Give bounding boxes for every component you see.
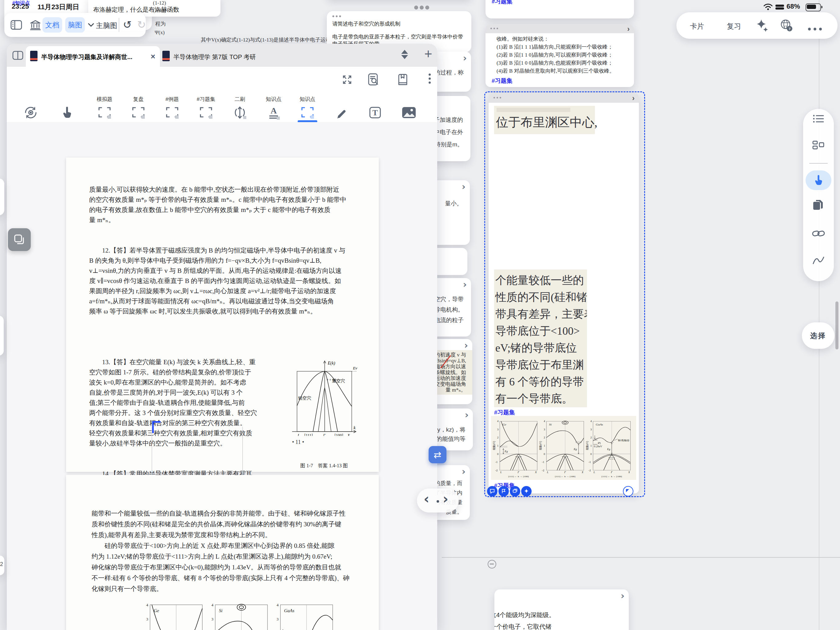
pdf-paragraph: 13.【答】在空穴能量 E(k) 与波矢 k 关系曲线上,轻、重空穴带如图 1-… (89, 357, 288, 448)
hand-tool-selected[interactable] (805, 171, 831, 190)
excerpt-tool-knowledge-selected[interactable] (299, 103, 316, 122)
image-tool[interactable] (400, 103, 418, 122)
bg-frag1: 程为 (155, 20, 166, 27)
auto-excerpt-tool[interactable] (22, 103, 39, 122)
expand-chevron-icon[interactable]: › (463, 280, 467, 289)
pdf-page-1: 质量最小,可以获得较大的速度。在 b 能带中,空状态一般出现在价带顶附近,价带顶… (66, 157, 379, 472)
fullscreen-icon[interactable] (341, 73, 353, 86)
tab-sort-icon[interactable] (401, 50, 408, 59)
bookmark-icon[interactable] (397, 73, 408, 85)
review-button[interactable]: 复习 (727, 22, 741, 31)
tab-bar: 半导体物理学习题集及详解商世... ✕ 半导体物理学 第7版 TOP 考研 + (7, 44, 437, 67)
card-menu-dots[interactable] (332, 15, 341, 17)
excerpt-card-top[interactable]: 渊区内,导带底、价带顶的位置、导带底的数目和能隙的大小。 #习题集 (485, 0, 634, 19)
main-map-selector[interactable]: 主脑图 (96, 21, 117, 30)
doc-search-icon[interactable] (368, 73, 379, 86)
prev-page-button[interactable]: ‹ (424, 492, 429, 506)
highlight-tool-knowledge[interactable]: A (265, 103, 282, 122)
panel-resize-button[interactable]: ⇄ (429, 446, 447, 463)
chevron-down-icon[interactable] (88, 23, 94, 27)
edge-card-sliver (0, 316, 4, 356)
expand-chevron-icon[interactable]: › (463, 54, 467, 63)
svg-text:A: A (271, 106, 277, 116)
toolbar-divider (119, 18, 119, 32)
doc-mode-button[interactable]: 文档 (43, 17, 62, 33)
tab-inactive[interactable]: 半导体物理学 第7版 TOP 考研 (160, 46, 305, 67)
tool-label: #例题 (155, 96, 189, 103)
layers-button[interactable] (8, 228, 31, 251)
tab-active[interactable]: 半导体物理学习题集及详解商世... ✕ (26, 46, 160, 67)
svg-text:L: L (297, 433, 300, 436)
card-link-button[interactable] (510, 486, 520, 497)
expand-chevron-icon[interactable]: › (621, 591, 624, 600)
expand-chevron-icon[interactable]: › (627, 25, 630, 33)
annotation-toolbar: 模拟题 复盘 #例题 #习题集 二刷 知识点 知识点 (7, 92, 437, 122)
next-page-button[interactable]: › (443, 492, 448, 506)
research-globe-icon[interactable]: ww ? (779, 19, 794, 33)
link-icon[interactable] (812, 230, 825, 237)
flag-button[interactable] (498, 486, 509, 497)
edge-card-sliver (0, 179, 4, 215)
tag-exercise-set[interactable]: #习题集 (492, 77, 513, 85)
edge-card-sliver: 2 (0, 556, 4, 575)
library-icon[interactable] (30, 20, 41, 30)
scrollbar-thumb[interactable] (835, 301, 838, 350)
tag-exercise-set[interactable]: #习题集 (492, 0, 513, 6)
comment-button[interactable] (487, 486, 497, 497)
card-menu-dots[interactable] (490, 28, 498, 29)
excerpt-card-selected[interactable]: › 位于布里渊区中心, 个能量较低一些的性质的不同(硅和锗带具有差异，主要表导带… (489, 93, 639, 494)
page-indicator-dots (414, 6, 429, 9)
mindmap-mode-button[interactable]: 脑图 (65, 17, 85, 33)
sidebar-icon[interactable] (11, 20, 22, 30)
note-card-bottom[interactable]: › 这4个能级均为深能级。一个价电子，它取代锗三个价电子。中性金原子施主能级ED… (494, 589, 629, 630)
cards-button[interactable]: 卡片 (690, 22, 704, 31)
tool-label: #习题集 (189, 96, 223, 103)
expand-chevron-icon[interactable]: › (462, 467, 466, 476)
excerpt-tool-review[interactable] (130, 103, 147, 122)
expand-chevron-icon[interactable]: › (462, 182, 466, 192)
select-mode-button[interactable]: 选择 (802, 322, 834, 349)
resize-handle[interactable] (623, 486, 633, 497)
excerpt-tool-example[interactable] (164, 103, 181, 122)
card-menu-dots[interactable] (494, 97, 501, 98)
nav-dot (437, 500, 439, 503)
pdf-figure-excerpt (491, 416, 636, 480)
text-frame-tool[interactable]: T (366, 103, 384, 122)
tool-label: 复盘 (122, 96, 155, 103)
more-options-icon[interactable] (429, 73, 431, 84)
split-view-icon[interactable] (12, 51, 24, 60)
card-deck-icon[interactable] (812, 140, 825, 150)
undo-button[interactable]: ↺ (123, 19, 132, 31)
tag-exercise-set[interactable]: #习题集 (494, 408, 515, 416)
excerpt-card[interactable]: › 收峰。例如对硅来说：(1)若 B 沿[1 1 1]晶轴方向,只能观察到一个吸… (485, 24, 634, 87)
outline-list-icon[interactable] (813, 114, 824, 123)
expand-chevron-icon[interactable]: › (464, 341, 468, 350)
scribble-icon[interactable] (812, 256, 825, 265)
expand-chevron-icon[interactable]: › (632, 94, 635, 103)
collapse-minus-icon[interactable] (488, 560, 496, 568)
ai-sparkle-button[interactable] (521, 486, 532, 497)
redo-button[interactable]: ↻ (137, 19, 146, 31)
main-toolbar: 文档 脑图 主脑图 ↺ ↻ (4, 13, 146, 37)
excerpt-tool-second-pass[interactable] (231, 103, 248, 122)
add-tab-button[interactable]: + (424, 46, 432, 62)
pen-tool[interactable] (333, 103, 350, 122)
figure-1-7: E(k) Ev ++++ 重空穴 轻空穴 k (288, 359, 358, 436)
excerpt-tool-exercise-set[interactable] (197, 103, 215, 122)
tool-label: 知识点 (291, 96, 324, 103)
hand-tool[interactable] (58, 103, 76, 122)
tool-label: 模拟题 (88, 96, 122, 103)
excerpt-tool-mock-exam[interactable] (96, 103, 113, 122)
svg-text:T: T (373, 108, 377, 117)
ai-sparkle-icon[interactable] (755, 19, 769, 33)
expand-chevron-icon[interactable]: › (465, 410, 469, 419)
tab-close-icon[interactable]: ✕ (150, 53, 156, 60)
canvas-grid-line (819, 0, 819, 630)
copy-pages-icon[interactable] (812, 199, 825, 211)
pdf-paragraph: 质量最小,可以获得较大的速度。在 b 能带中,空状态一般出现在价带顶附近,价带顶… (89, 185, 360, 225)
more-menu-icon[interactable] (808, 28, 822, 30)
pdf-paragraph: 能带和一个能量较低一些的自旋-轨道耦合分裂的非简并能带。由于硅、锗和砷化镓原子性… (92, 508, 368, 594)
tab-title: 半导体物理学习题集及详解商世... (41, 53, 143, 61)
sidebar-divider (809, 163, 828, 164)
book-cover-thumb (163, 51, 170, 61)
